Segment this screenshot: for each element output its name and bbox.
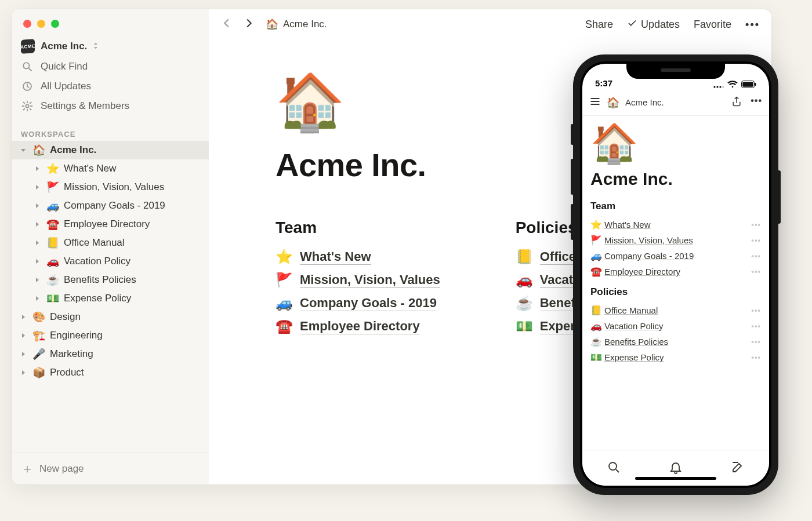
page-link[interactable]: ☎️Employee Directory [276,315,440,338]
breadcrumb[interactable]: 🏠 Acme Inc. [266,18,327,31]
sidebar-settings[interactable]: Settings & Members [12,96,209,116]
tree-child[interactable]: ☕Benefits Policies [12,271,209,289]
page-link[interactable]: 🚩Mission, Vision, Values••• [590,232,761,248]
more-icon[interactable]: ••• [751,220,761,229]
page-emoji-icon: ☎️ [46,218,59,231]
chevron-right-icon[interactable] [32,220,42,229]
page-link[interactable]: ☕Benefits Policies••• [590,334,761,349]
page-link[interactable]: 📒Office Manual••• [590,303,761,318]
chevron-right-icon[interactable] [19,349,28,359]
page-link-label[interactable]: Mission, Vision, Values [300,272,440,288]
tree-child[interactable]: 💵Expense Policy [12,289,209,308]
compose-tab[interactable] [731,460,745,476]
tree-sibling[interactable]: 📦Product [12,363,209,382]
notifications-tab[interactable] [669,460,683,476]
search-tab[interactable] [607,460,621,476]
clock-icon [21,80,34,93]
page-link-label[interactable]: Benefits Policies [604,337,668,347]
tree-sibling[interactable]: 🎤Marketing [12,345,209,363]
page-link-label[interactable]: What's New [604,220,651,229]
page-link[interactable]: ⭐What's New••• [590,217,761,232]
more-menu-button[interactable]: ••• [751,96,762,110]
page-title[interactable]: Acme Inc. [590,169,761,189]
more-icon[interactable]: ••• [751,252,761,260]
page-link-label[interactable]: What's New [300,249,371,265]
updates-label: Updates [641,19,680,31]
more-menu-button[interactable]: ••• [745,19,760,31]
page-link[interactable]: 🚗Vacation Policy••• [590,318,761,334]
tree-sibling-label: Marketing [50,348,93,360]
tree-child[interactable]: 🚙Company Goals - 2019 [12,196,209,215]
tree-root-acme[interactable]: 🏠 Acme Inc. [12,141,209,159]
new-page-button[interactable]: ＋ New page [12,453,209,484]
page-link[interactable]: 🚩Mission, Vision, Values [276,268,440,292]
more-icon[interactable]: ••• [751,267,761,276]
page-link-label[interactable]: Office Manual [604,305,658,315]
page-link-label[interactable]: Employee Directory [604,267,680,276]
zoom-window-dot[interactable] [51,20,59,28]
page-emoji-icon: 🚗 [516,272,532,288]
more-icon[interactable]: ••• [751,337,761,346]
page-link-label[interactable]: Employee Directory [300,319,420,334]
sidebar-all-updates[interactable]: All Updates [12,76,209,96]
page-link-label[interactable]: Mission, Vision, Values [604,235,693,245]
nav-back-button[interactable] [220,17,233,32]
tree-sibling[interactable]: 🎨Design [12,308,209,326]
tree-child[interactable]: ⭐What's New [12,159,209,178]
home-indicator[interactable] [635,477,716,480]
chevron-right-icon[interactable] [32,183,42,192]
tree-child-label: Expense Policy [64,293,131,304]
more-icon[interactable]: ••• [751,306,761,315]
page-tree: 🏠 Acme Inc. ⭐What's New🚩Mission, Vision,… [12,141,209,453]
mobile-breadcrumb[interactable]: Acme Inc. [625,97,664,107]
chevron-right-icon[interactable] [19,368,28,377]
page-link[interactable]: 💵Expense Policy••• [590,349,761,365]
page-link-label[interactable]: Company Goals - 2019 [604,251,694,261]
chevron-right-icon[interactable] [32,164,42,173]
hamburger-icon[interactable] [589,96,601,110]
mobile-tab-bar [582,450,769,486]
nav-forward-button[interactable] [242,17,255,32]
page-link[interactable]: 🚙Company Goals - 2019 [276,292,440,315]
tree-child[interactable]: ☎️Employee Directory [12,215,209,234]
page-emoji[interactable]: 🏠 [590,124,761,162]
more-icon[interactable]: ••• [751,322,761,330]
chevron-right-icon[interactable] [32,257,42,266]
page-emoji-icon: ⭐ [590,219,604,230]
topbar-actions: Share Updates Favorite ••• [585,18,760,31]
page-link-label[interactable]: Company Goals - 2019 [300,296,437,311]
favorite-button[interactable]: Favorite [694,19,731,31]
tree-sibling[interactable]: 🏗️Engineering [12,326,209,345]
page-emoji-icon: 💵 [46,292,59,305]
sidebar-quick-find[interactable]: Quick Find [12,57,209,76]
section-heading: Team [276,218,440,237]
more-icon[interactable]: ••• [751,236,761,245]
page-emoji-icon: 💵 [590,352,604,363]
page-link-label[interactable]: Expense Policy [604,352,664,362]
tree-child[interactable]: 📒Office Manual [12,234,209,252]
minimize-window-dot[interactable] [37,20,45,28]
share-button[interactable]: Share [585,19,613,31]
chevron-right-icon[interactable] [32,294,42,303]
page-emoji-icon: 📒 [46,236,59,249]
chevron-down-icon[interactable] [19,145,28,155]
more-icon[interactable]: ••• [751,353,761,362]
check-icon [627,18,637,31]
search-icon [21,60,34,73]
chevron-right-icon[interactable] [32,238,42,247]
workspace-switcher[interactable]: ACME Acme Inc. [12,34,209,57]
tree-child[interactable]: 🚩Mission, Vision, Values [12,178,209,196]
close-window-dot[interactable] [23,20,31,28]
updates-button[interactable]: Updates [627,18,680,31]
chevron-right-icon[interactable] [19,331,28,340]
tree-child[interactable]: 🚗Vacation Policy [12,252,209,271]
page-link[interactable]: ☎️Employee Directory••• [590,264,761,279]
chevron-right-icon[interactable] [32,275,42,285]
chevron-right-icon[interactable] [32,201,42,210]
page-link-label[interactable]: Vacation Policy [604,321,663,331]
page-link[interactable]: ⭐What's New [276,245,440,268]
page-link[interactable]: 🚙Company Goals - 2019••• [590,248,761,264]
share-icon[interactable] [731,96,742,110]
house-icon: 🏠 [32,144,45,156]
chevron-right-icon[interactable] [19,312,28,322]
